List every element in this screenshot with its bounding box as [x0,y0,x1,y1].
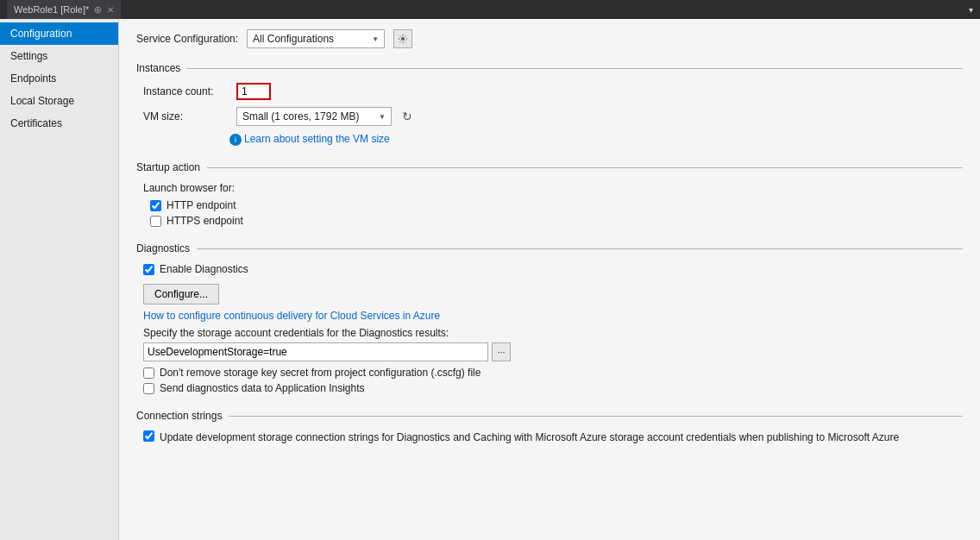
sidebar-item-certificates[interactable]: Certificates [0,112,118,135]
sidebar-item-endpoints[interactable]: Endpoints [0,67,118,90]
instances-divider [187,68,963,69]
https-endpoint-checkbox[interactable] [150,216,161,227]
learn-vm-link[interactable]: iLearn about setting the VM size [229,133,963,146]
vm-size-dropdown[interactable]: Small (1 cores, 1792 MB) ▼ [236,107,392,126]
content-area: Service Configuration: All Configuration… [119,19,980,540]
startup-divider [207,167,963,168]
https-endpoint-label: HTTPS endpoint [166,215,243,227]
diagnostics-header: Diagnostics [136,242,963,254]
enable-diagnostics-row: Enable Diagnostics [143,263,963,275]
dropdown-arrow-icon: ▼ [372,35,379,43]
http-endpoint-label: HTTP endpoint [166,199,236,211]
http-endpoint-row: HTTP endpoint [150,199,963,211]
send-diagnostics-checkbox[interactable] [143,383,154,394]
close-icon[interactable]: ✕ [107,5,114,15]
connection-strings-divider [229,416,963,417]
diagnostics-section: Diagnostics Enable Diagnostics Configure… [136,242,963,394]
service-config-row: Service Configuration: All Configuration… [136,29,963,48]
storage-account-input[interactable] [143,342,488,361]
send-diagnostics-row: Send diagnostics data to Application Ins… [143,382,963,394]
title-bar: WebRole1 [Role]* ⊕ ✕ ▾ [0,0,980,19]
https-endpoint-row: HTTPS endpoint [150,215,963,227]
enable-diagnostics-label: Enable Diagnostics [160,263,248,275]
diagnostics-title: Diagnostics [136,242,190,254]
sidebar-item-configuration[interactable]: Configuration [0,22,118,45]
instance-count-input[interactable] [236,83,271,100]
connection-strings-header: Connection strings [136,410,963,422]
update-connection-checkbox[interactable] [143,430,154,442]
dont-remove-label: Don't remove storage key secret from pro… [160,367,481,379]
enable-diagnostics-checkbox[interactable] [143,264,154,275]
svg-point-0 [401,37,405,41]
vm-dropdown-arrow-icon: ▼ [379,113,386,121]
info-icon: i [229,134,242,146]
storage-desc: Specify the storage account credentials … [143,327,963,339]
learn-link-row: iLearn about setting the VM size [229,133,963,146]
startup-action-section: Startup action Launch browser for: HTTP … [136,161,963,227]
instances-section: Instances Instance count: VM size: Small… [136,62,963,146]
service-config-dropdown[interactable]: All Configurations ▼ [247,29,385,48]
vm-size-label: VM size: [143,110,229,122]
continuous-delivery-link[interactable]: How to configure continuous delivery for… [143,310,963,322]
vm-refresh-button[interactable]: ↻ [399,108,416,125]
dont-remove-checkbox[interactable] [143,367,154,379]
update-connection-label: Update development storage connection st… [160,430,899,445]
scroll-arrow-icon[interactable]: ▾ [969,5,973,15]
instance-count-label: Instance count: [143,85,229,97]
startup-title: Startup action [136,161,200,173]
instance-count-row: Instance count: [143,83,963,100]
pin-icon[interactable]: ⊕ [94,4,102,16]
dont-remove-row: Don't remove storage key secret from pro… [143,367,963,379]
storage-browse-button[interactable]: ··· [492,342,511,361]
diagnostics-divider [197,248,963,249]
sidebar: Configuration Settings Endpoints Local S… [0,19,119,540]
update-connection-row: Update development storage connection st… [143,430,963,445]
configure-button[interactable]: Configure... [143,284,219,305]
title-tab[interactable]: WebRole1 [Role]* ⊕ ✕ [7,0,121,19]
startup-group: Launch browser for: HTTP endpoint HTTPS … [143,182,963,227]
main-layout: Configuration Settings Endpoints Local S… [0,19,980,540]
instances-header: Instances [136,62,963,74]
service-config-label: Service Configuration: [136,33,238,45]
connection-strings-title: Connection strings [136,410,222,422]
settings-icon [398,34,408,44]
storage-input-row: ··· [143,342,963,361]
sidebar-item-settings[interactable]: Settings [0,45,118,67]
launch-browser-label: Launch browser for: [143,182,963,194]
title-tab-label: WebRole1 [Role]* [14,4,89,15]
startup-header: Startup action [136,161,963,173]
sidebar-item-local-storage[interactable]: Local Storage [0,90,118,112]
instances-title: Instances [136,62,180,74]
http-endpoint-checkbox[interactable] [150,200,161,211]
service-config-settings-button[interactable] [393,29,412,48]
vm-size-row: VM size: Small (1 cores, 1792 MB) ▼ ↻ [143,107,963,126]
send-diagnostics-label: Send diagnostics data to Application Ins… [160,382,365,394]
connection-strings-section: Connection strings Update development st… [136,410,963,445]
